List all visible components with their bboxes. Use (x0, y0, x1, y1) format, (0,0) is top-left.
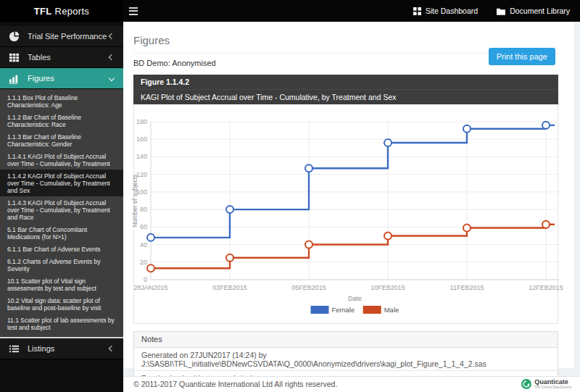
topbar: Site Dashboard Document Library (123, 0, 580, 22)
footer: © 2011-2017 Quanticate International Ltd… (123, 376, 580, 392)
brand-bold: TFL (34, 6, 52, 17)
sidebar-item-tables[interactable]: Tables (0, 47, 123, 68)
app-brand: TFL Reports (0, 0, 123, 22)
svg-text:28JAN2015: 28JAN2015 (133, 284, 167, 291)
content-card: Figures BD Demo: Anonymised Print this p… (123, 22, 574, 368)
sidebar-item-listings[interactable]: Listings (0, 338, 123, 359)
sidebar-subitem[interactable]: 6.1.1 Bar Chart of Adverse Events (0, 243, 123, 255)
sidebar-subitem[interactable]: 1.1.4.3 KAGI Plot of Subject Accrual ove… (0, 196, 123, 223)
grid-icon (413, 7, 421, 15)
figure-title: KAGI Plot of Subject Accrual over Time -… (133, 89, 558, 104)
svg-text:160: 160 (136, 135, 147, 143)
logo-name: Quanticate (534, 379, 571, 385)
quanticate-logo-icon (521, 379, 531, 389)
sidebar-subitem[interactable]: 1.1.4.1 KAGI Plot of Subject Accrual ove… (0, 150, 123, 170)
svg-text:40: 40 (140, 241, 147, 249)
chevron-left-icon (109, 346, 115, 351)
sidebar-subitem[interactable]: 10.1 Scatter plot of Vital sign assessme… (0, 275, 123, 294)
sidebar-subitem[interactable]: 5.1 Bar Chart of Concomitant Medications… (0, 223, 123, 243)
chart-container: 02040608010012014016018028JAN201503FEB20… (133, 104, 558, 324)
sidebar-subitem[interactable]: 11.1 Scatter plot of lab assessments by … (0, 314, 123, 333)
figure-panel: Figure 1.1.4.2 KAGI Plot of Subject Accr… (133, 75, 558, 324)
kagi-chart: 02040608010012014016018028JAN201503FEB20… (134, 104, 559, 323)
svg-text:12FEB2015: 12FEB2015 (529, 284, 563, 291)
notes-header: Notes (134, 332, 558, 348)
sidebar-item-label: Trial Site Performance (28, 32, 109, 41)
menu-toggle-button[interactable] (129, 5, 141, 17)
sidebar-subitem[interactable]: 1.1.1 Box Plot of Baseline Characteristi… (0, 91, 123, 111)
svg-text:60: 60 (140, 223, 147, 230)
sidebar: TFL Reports Trial Site Performance Table… (0, 0, 123, 392)
bar-chart-icon (9, 73, 20, 84)
topbar-link-label: Site Dashboard (426, 7, 478, 15)
note-row: Generated on 27JUN2017 (14:24) by J:\SAS… (134, 348, 558, 370)
svg-text:0: 0 (144, 276, 147, 283)
chevron-left-icon (109, 54, 115, 60)
topbar-link-label: Document Library (510, 7, 570, 15)
topbar-link-site-dashboard[interactable]: Site Dashboard (413, 7, 478, 15)
chevron-left-icon (109, 33, 115, 39)
copyright-text: © 2011-2017 Quanticate International Ltd… (123, 377, 580, 392)
svg-text:03FEB2015: 03FEB2015 (212, 284, 247, 291)
svg-text:180: 180 (136, 118, 147, 125)
hamburger-icon (129, 7, 138, 9)
list-icon (9, 343, 20, 354)
svg-text:Female: Female (332, 306, 355, 314)
quanticate-logo: Quanticate The Clinical Data Experts (521, 379, 571, 389)
svg-text:Number of subjects: Number of subjects (131, 174, 138, 227)
app-window: TFL Reports Trial Site Performance Table… (0, 0, 580, 392)
svg-text:10FEB2015: 10FEB2015 (370, 284, 405, 291)
svg-text:11FEB2015: 11FEB2015 (450, 284, 484, 291)
sidebar-subitem[interactable]: 10.2 Vital sign data: scatter plot of ba… (0, 294, 123, 314)
sidebar-subitem[interactable]: 1.1.3 Bar Chart of Baseline Characterist… (0, 130, 123, 150)
topbar-link-document-library[interactable]: Document Library (497, 7, 570, 15)
svg-text:Male: Male (384, 306, 399, 314)
main-area: Site Dashboard Document Library Figures … (123, 0, 580, 392)
figure-number: Figure 1.1.4.2 (133, 75, 558, 89)
sidebar-item-label: Listings (28, 344, 109, 353)
svg-text:20: 20 (140, 259, 147, 266)
sidebar-item-trial-site-performance[interactable]: Trial Site Performance (0, 26, 123, 47)
print-page-button[interactable]: Print this page (489, 48, 555, 65)
pie-chart-icon (9, 31, 20, 42)
logo-tagline: The Clinical Data Experts (534, 385, 571, 389)
figure-panel-header: Figure 1.1.4.2 KAGI Plot of Subject Accr… (133, 75, 558, 104)
sidebar-item-label: Tables (28, 53, 109, 62)
sidebar-subitem[interactable]: 1.1.2 Bar Chart of Baseline Characterist… (0, 111, 123, 130)
svg-text:80: 80 (140, 206, 147, 213)
table-icon (9, 52, 20, 63)
figures-submenu: 1.1.1 Box Plot of Baseline Characteristi… (0, 89, 123, 338)
sidebar-item-label: Figures (28, 74, 109, 83)
svg-text:140: 140 (136, 153, 147, 160)
folder-icon (497, 7, 505, 15)
svg-text:05FEB2015: 05FEB2015 (291, 284, 326, 291)
topbar-links: Site Dashboard Document Library (413, 7, 570, 15)
svg-text:Date: Date (348, 295, 362, 302)
sidebar-subitem[interactable]: 1.1.4.2 KAGI Plot of Subject Accrual ove… (0, 170, 123, 196)
sidebar-item-figures[interactable]: Figures (0, 68, 123, 89)
brand-rest: Reports (55, 6, 90, 17)
chevron-down-icon (109, 75, 115, 81)
sidebar-subitem[interactable]: 6.1.2 Charts of Adverse Events by Severi… (0, 255, 123, 275)
